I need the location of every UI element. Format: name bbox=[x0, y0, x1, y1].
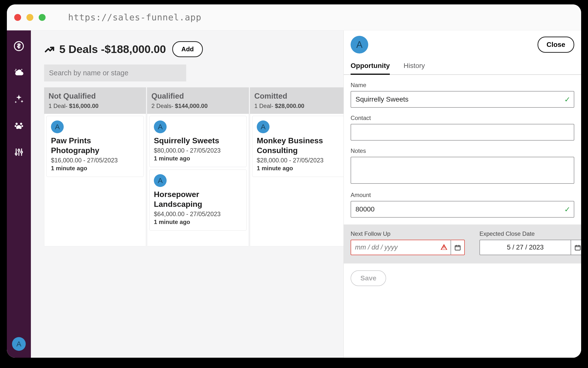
close-date-label: Expected Close Date bbox=[479, 230, 581, 237]
notes-label: Notes bbox=[351, 147, 574, 154]
window-minimize-dot[interactable] bbox=[26, 14, 33, 21]
svg-point-6 bbox=[18, 149, 20, 151]
browser-bar: https://sales-funnel.app bbox=[7, 4, 581, 30]
stage-title: Qualified bbox=[151, 92, 245, 101]
card-avatar: A bbox=[257, 120, 270, 133]
close-button[interactable]: Close bbox=[538, 37, 574, 53]
kanban-column-qualified: Qualified 2 Deals- $144,000.00 A Squirre… bbox=[147, 87, 249, 246]
close-date-input[interactable] bbox=[479, 240, 571, 255]
card-title: Squirrelly Sweets bbox=[154, 136, 242, 145]
followup-input[interactable] bbox=[351, 240, 451, 255]
column-body: A Monkey Business Consulting $28,000.00 … bbox=[250, 114, 352, 246]
card-time: 1 minute ago bbox=[154, 219, 242, 225]
page-title: 5 Deals -$188,000.00 bbox=[59, 43, 166, 56]
sparkles-icon[interactable] bbox=[12, 93, 25, 105]
trend-up-icon bbox=[44, 44, 55, 55]
search-input[interactable] bbox=[44, 65, 186, 81]
deal-card[interactable]: A Paw Prints Photography $16,000.00 - 27… bbox=[46, 116, 144, 177]
card-meta: $28,000.00 - 27/05/2023 bbox=[257, 157, 345, 164]
amount-input[interactable] bbox=[351, 201, 574, 218]
card-time: 1 minute ago bbox=[154, 155, 242, 162]
window-zoom-dot[interactable] bbox=[39, 14, 46, 21]
column-body: A Squirrelly Sweets $80,000.00 - 27/05/2… bbox=[147, 114, 249, 246]
tab-history[interactable]: History bbox=[404, 62, 425, 74]
svg-rect-8 bbox=[455, 245, 460, 250]
main-area: 5 Deals -$188,000.00 Add Not Qualified 1… bbox=[31, 30, 581, 358]
sidebar: A bbox=[7, 30, 31, 358]
calendar-icon bbox=[454, 244, 461, 251]
paw-icon[interactable] bbox=[12, 119, 25, 132]
name-input[interactable] bbox=[351, 91, 574, 108]
stage-subtitle: 2 Deals- $144,000.00 bbox=[151, 103, 245, 109]
deal-card[interactable]: A Monkey Business Consulting $28,000.00 … bbox=[252, 116, 350, 177]
svg-rect-9 bbox=[444, 246, 444, 248]
window-close-dot[interactable] bbox=[14, 14, 21, 21]
opportunity-form: Name ✓ Contact Notes Amount bbox=[344, 75, 581, 224]
deal-card[interactable]: A Squirrelly Sweets $80,000.00 - 27/05/2… bbox=[149, 116, 247, 167]
app-body: A 5 Deals -$188,000.00 Add Not Qualified bbox=[7, 30, 581, 358]
url-text: https://sales-funnel.app bbox=[68, 12, 201, 22]
stage-subtitle: 1 Deal- $28,000.00 bbox=[254, 103, 347, 109]
stage-title: Comitted bbox=[254, 92, 347, 101]
check-icon: ✓ bbox=[564, 95, 570, 104]
panel-avatar: A bbox=[351, 36, 368, 53]
save-button[interactable]: Save bbox=[351, 270, 386, 286]
dollar-circle-icon[interactable] bbox=[12, 40, 25, 53]
save-row: Save bbox=[344, 263, 581, 293]
contact-label: Contact bbox=[351, 115, 574, 121]
contact-input[interactable] bbox=[351, 124, 574, 141]
svg-point-1 bbox=[15, 123, 18, 125]
search-wrap bbox=[44, 65, 186, 81]
followup-calendar-button[interactable] bbox=[451, 240, 465, 255]
card-title: Monkey Business Consulting bbox=[257, 136, 345, 155]
cloud-sun-icon[interactable] bbox=[12, 66, 25, 79]
calendar-icon bbox=[574, 244, 581, 251]
notes-input[interactable] bbox=[351, 157, 574, 184]
svg-point-5 bbox=[15, 153, 17, 155]
svg-point-3 bbox=[15, 125, 16, 127]
card-meta: $80,000.00 - 27/05/2023 bbox=[154, 147, 242, 154]
warning-icon bbox=[440, 243, 448, 252]
column-header: Not Qualified 1 Deal- $16,000.00 bbox=[44, 87, 146, 114]
add-button[interactable]: Add bbox=[172, 41, 203, 57]
svg-point-4 bbox=[21, 125, 23, 127]
stage-title: Not Qualified bbox=[49, 92, 142, 101]
device-frame: https://sales-funnel.app A bbox=[7, 4, 581, 358]
tab-opportunity[interactable]: Opportunity bbox=[351, 62, 390, 75]
card-avatar: A bbox=[154, 174, 167, 187]
deal-card[interactable]: A Horsepower Landscaping $64,000.00 - 27… bbox=[149, 170, 247, 231]
svg-rect-10 bbox=[444, 248, 444, 249]
panel-header: A Close bbox=[344, 30, 581, 53]
card-avatar: A bbox=[154, 120, 167, 133]
card-title: Paw Prints Photography bbox=[51, 136, 139, 155]
card-meta: $64,000.00 - 27/05/2023 bbox=[154, 210, 242, 218]
card-time: 1 minute ago bbox=[51, 165, 139, 172]
column-header: Qualified 2 Deals- $144,000.00 bbox=[147, 87, 249, 114]
card-avatar: A bbox=[51, 120, 64, 133]
svg-point-7 bbox=[21, 151, 22, 153]
kanban-column-comitted: Comitted 1 Deal- $28,000.00 A Monkey Bus… bbox=[250, 87, 352, 246]
sidebar-avatar[interactable]: A bbox=[12, 337, 26, 351]
column-header: Comitted 1 Deal- $28,000.00 bbox=[250, 87, 352, 114]
check-icon: ✓ bbox=[564, 205, 570, 214]
card-time: 1 minute ago bbox=[257, 165, 345, 172]
followup-label: Next Follow Up bbox=[351, 230, 465, 237]
kanban-column-not-qualified: Not Qualified 1 Deal- $16,000.00 A Paw P… bbox=[44, 87, 146, 246]
sliders-icon[interactable] bbox=[12, 146, 25, 158]
svg-rect-11 bbox=[575, 245, 580, 250]
card-meta: $16,000.00 - 27/05/2023 bbox=[51, 157, 139, 164]
stage-subtitle: 1 Deal- $16,000.00 bbox=[49, 103, 142, 109]
svg-point-2 bbox=[20, 123, 22, 125]
card-title: Horsepower Landscaping bbox=[154, 189, 242, 209]
date-row: Next Follow Up bbox=[344, 224, 581, 263]
amount-label: Amount bbox=[351, 192, 574, 198]
close-date-calendar-button[interactable] bbox=[571, 240, 581, 255]
details-panel: A Close Opportunity History Name ✓ Conta… bbox=[343, 30, 581, 358]
column-body: A Paw Prints Photography $16,000.00 - 27… bbox=[44, 114, 146, 246]
name-label: Name bbox=[351, 82, 574, 89]
panel-tabs: Opportunity History bbox=[344, 62, 581, 75]
